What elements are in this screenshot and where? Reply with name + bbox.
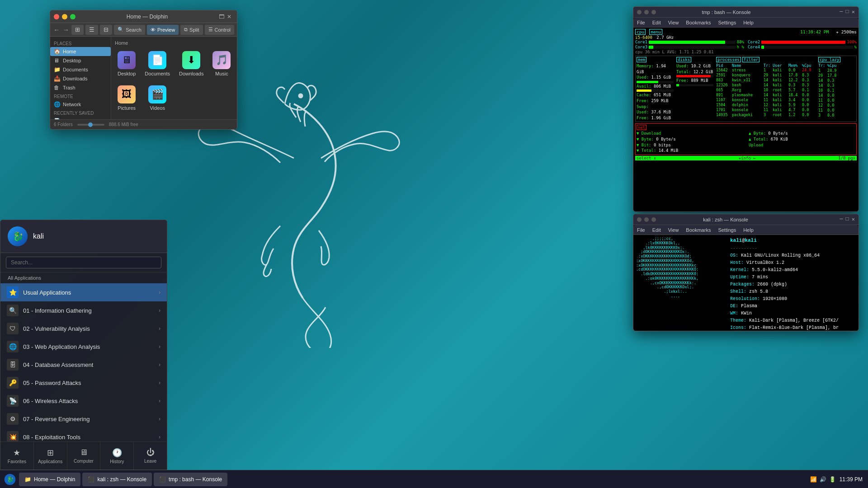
- kb-btn1[interactable]: [637, 10, 642, 14]
- applications-btn[interactable]: ⊞ Applications: [34, 442, 67, 469]
- history-btn[interactable]: 🕐 History: [100, 442, 134, 469]
- file-documents[interactable]: 📄 Documents: [142, 48, 173, 79]
- kz-btn2[interactable]: [644, 217, 649, 222]
- taskbar-dolphin-btn[interactable]: 📁 Home — Dolphin: [19, 473, 80, 486]
- favorites-btn[interactable]: ★ Favorites: [0, 442, 34, 469]
- menu-help[interactable]: Help: [743, 20, 754, 25]
- maximize-button[interactable]: [70, 14, 75, 19]
- app-menu-list: ⭐ Usual Applications › 🔍 01 - Informatio…: [0, 283, 167, 441]
- arrow-icon-2: ›: [159, 307, 160, 314]
- free-space: 888.6 MiB free: [109, 122, 138, 127]
- taskbar-zsh-btn[interactable]: ⬛ kali : zsh — Konsole: [82, 473, 152, 486]
- cpu-lazy-section: cpu lazy Tr:%Cpu 124.9 2917.8 140.3 140.…: [818, 57, 855, 121]
- forward-button[interactable]: →: [62, 25, 70, 35]
- dolphin-breadcrumb: Home: [115, 40, 233, 46]
- menu-bookmarks[interactable]: Bookmarks: [686, 20, 711, 25]
- compact-view-btn[interactable]: ⊟: [100, 25, 112, 35]
- sidebar-home[interactable]: 🏠 Home: [50, 47, 111, 56]
- menu-exploitation[interactable]: 💥 08 - Exploitation Tools ›: [0, 428, 167, 441]
- desktop-folder-icon: 🖥: [118, 51, 136, 69]
- sidebar-network[interactable]: 🌐 Network: [50, 100, 111, 109]
- zsh-menu-edit[interactable]: Edit: [652, 227, 661, 233]
- search-button[interactable]: 🔍 Search: [114, 25, 145, 35]
- kz-btn1[interactable]: [637, 217, 642, 222]
- htop-sections: mem Memory: 1.94 GiB Used: 1.15 GiB Avai…: [635, 56, 857, 122]
- kali-ascii-art: .;;;;;cc, .:lx0KKKKK0kl,. ,lk0KKKKKKKKKK…: [636, 237, 726, 299]
- kali-menu-button[interactable]: 🐉: [3, 472, 17, 487]
- file-downloads[interactable]: ⬇ Downloads: [176, 48, 206, 79]
- process-list: 15642stress1kali0.024.9 2591konquero29ka…: [716, 68, 816, 117]
- zsh-menu-settings[interactable]: Settings: [718, 227, 736, 233]
- downloads-icon: 📥: [54, 75, 60, 82]
- minimize-button[interactable]: [62, 14, 67, 19]
- zsh-menu-bookmarks[interactable]: Bookmarks: [686, 227, 711, 233]
- dolphin-sidebar: Places 🏠 Home 🖥 Desktop 📁 Documents 📥 Do…: [50, 37, 111, 119]
- dolphin-close-btn[interactable]: ✕: [227, 14, 233, 20]
- leave-btn[interactable]: ⏻ Leave: [134, 442, 167, 469]
- computer-btn[interactable]: 🖥 Computer: [67, 442, 101, 469]
- control-button[interactable]: ☰ Control: [205, 25, 234, 35]
- kb-max-btn[interactable]: □: [846, 9, 849, 15]
- kz-btn3[interactable]: [651, 217, 656, 222]
- menu-edit[interactable]: Edit: [652, 20, 661, 25]
- taskbar-dolphin-label: Home — Dolphin: [34, 476, 75, 483]
- file-pictures[interactable]: 🖼 Pictures: [115, 83, 138, 113]
- menu-usual-applications[interactable]: ⭐ Usual Applications ›: [0, 283, 167, 301]
- close-button[interactable]: [54, 14, 59, 19]
- processes-section: processes filter PidNameTr:UserMem%%Cpu …: [716, 57, 816, 121]
- taskbar-bash-btn[interactable]: ⬛ tmp : bash — Konsole: [154, 473, 227, 486]
- menu-reverse-eng[interactable]: ⚙ 07 - Reverse Engineering ›: [0, 410, 167, 428]
- kz-max-btn[interactable]: □: [846, 216, 849, 223]
- kz-close-btn[interactable]: ✕: [852, 216, 855, 223]
- taskbar: 🐉 📁 Home — Dolphin ⬛ kali : zsh — Konsol…: [0, 470, 868, 488]
- menu-wireless[interactable]: 📡 06 - Wireless Attacks ›: [0, 392, 167, 410]
- kb-min-btn[interactable]: ─: [840, 9, 843, 15]
- menu-view[interactable]: View: [668, 20, 679, 25]
- exploitation-icon: 💥: [7, 431, 19, 441]
- konsole-zsh-title: kali : zsh — Konsole: [703, 217, 748, 222]
- file-videos[interactable]: 🎬 Videos: [142, 83, 173, 113]
- kz-min-btn[interactable]: ─: [840, 216, 843, 223]
- sidebar-documents[interactable]: 📁 Documents: [50, 65, 111, 74]
- taskbar-bash-label: tmp : bash — Konsole: [169, 476, 222, 483]
- home-icon: 🏠: [54, 48, 60, 55]
- htop-header-row: cpu menu 11:39:42 PM + 2500ms: [635, 29, 857, 35]
- menu-password-attacks[interactable]: 🔑 05 - Password Attacks ›: [0, 374, 167, 392]
- menu-info-gathering[interactable]: 🔍 01 - Information Gathering ›: [0, 301, 167, 319]
- zoom-slider[interactable]: [77, 124, 104, 126]
- downloads-label: Downloads: [179, 71, 203, 76]
- downloads-folder-icon: ⬇: [182, 51, 200, 69]
- split-button[interactable]: ⧉ Split: [180, 25, 203, 35]
- taskbar-tray: 📶 🔊 🔋: [810, 476, 836, 483]
- kb-btn3[interactable]: [651, 10, 656, 14]
- search-input[interactable]: [6, 257, 161, 268]
- kb-close-btn[interactable]: ✕: [852, 9, 855, 15]
- sidebar-desktop[interactable]: 🖥 Desktop: [50, 56, 111, 65]
- zsh-menu-file[interactable]: File: [637, 227, 645, 233]
- menu-settings[interactable]: Settings: [718, 20, 736, 25]
- sidebar-downloads[interactable]: 📥 Downloads: [50, 74, 111, 83]
- dolphin-title: Home — Dolphin: [78, 14, 216, 20]
- videos-folder-icon: 🎬: [148, 85, 166, 103]
- sidebar-trash[interactable]: 🗑 Trash: [50, 83, 111, 92]
- konsole-bash-menu: File Edit View Bookmarks Settings Help: [633, 18, 859, 28]
- file-desktop[interactable]: 🖥 Desktop: [115, 48, 138, 79]
- konsole-bash-title: tmp : bash — Konsole: [702, 9, 750, 15]
- list-view-btn[interactable]: ☰: [85, 25, 98, 35]
- zsh-menu-help[interactable]: Help: [743, 227, 754, 233]
- back-button[interactable]: ←: [53, 25, 61, 35]
- vuln-label: 02 - Vulnerability Analysis: [23, 325, 90, 332]
- kb-btn2[interactable]: [644, 10, 649, 14]
- preview-button[interactable]: 👁 Preview: [147, 25, 179, 35]
- menu-db-assessment[interactable]: 🗄 04 - Database Assessment ›: [0, 356, 167, 374]
- zsh-username: kali: [730, 238, 742, 243]
- grid-view-btn[interactable]: ⊞: [71, 25, 84, 35]
- menu-vuln-analysis[interactable]: 🛡 02 - Vulnerability Analysis ›: [0, 319, 167, 338]
- dolphin-restore-btn[interactable]: 🗖: [219, 14, 225, 20]
- audio-tray-icon: 🔊: [820, 476, 826, 483]
- konsole-zsh-titlebar: kali : zsh — Konsole ─ □ ✕: [633, 214, 859, 225]
- zsh-menu-view[interactable]: View: [668, 227, 679, 233]
- menu-web-analysis[interactable]: 🌐 03 - Web Application Analysis ›: [0, 338, 167, 356]
- menu-file[interactable]: File: [637, 20, 645, 25]
- file-music[interactable]: 🎵 Music: [210, 48, 233, 79]
